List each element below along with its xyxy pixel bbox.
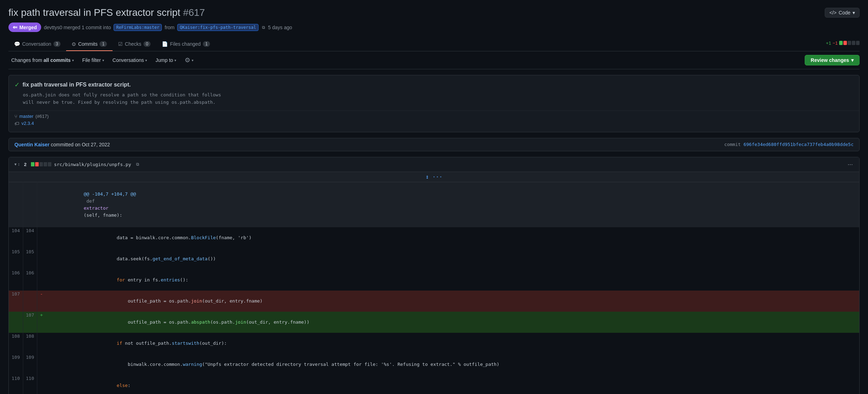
tab-conversation-count: 3 bbox=[53, 41, 61, 47]
diff-line-104-context: 104 104 data = binwalk.core.common.Block… bbox=[9, 227, 859, 248]
copy-path-button[interactable]: ⧉ bbox=[134, 161, 141, 167]
diff-stat-deletions: −1 bbox=[832, 40, 838, 46]
commit-info-bar: Quentin Kaiser committed on Oct 27, 2022… bbox=[8, 138, 860, 151]
changes-from-button[interactable]: Changes from all commits ▾ bbox=[8, 56, 77, 64]
conversations-chevron: ▾ bbox=[145, 58, 147, 62]
line-num-new: 106 bbox=[23, 269, 37, 291]
diff-stat-bar bbox=[839, 41, 860, 45]
tab-checks-count: 0 bbox=[143, 41, 151, 47]
file-options-button[interactable]: ··· bbox=[845, 160, 855, 169]
tab-commits-label: Commits bbox=[78, 41, 97, 47]
settings-chevron: ▾ bbox=[192, 58, 193, 62]
tab-conversation[interactable]: 💬 Conversation 3 bbox=[8, 38, 66, 51]
tab-commits-count: 1 bbox=[100, 41, 107, 47]
base-branch-tag[interactable]: ReFirmLabs:master bbox=[114, 24, 162, 31]
commit-author-link[interactable]: Quentin Kaiser bbox=[14, 142, 50, 147]
copy-branch-icon[interactable]: ⧉ bbox=[262, 25, 265, 30]
file-filter-button[interactable]: File filter ▾ bbox=[79, 56, 107, 64]
jump-to-label: Jump to bbox=[155, 57, 173, 63]
merged-label: Merged bbox=[19, 25, 37, 30]
commit-refs: ⑂ master (#617) 🏷 v2.3.4 bbox=[9, 110, 859, 132]
commit-ref-branch-row: ⑂ master (#617) bbox=[14, 114, 854, 119]
line-num-old-added bbox=[9, 312, 23, 333]
head-branch-tag[interactable]: QKaiser:fix-pfs-path-traversal bbox=[177, 24, 259, 31]
tab-files-changed[interactable]: 📄 Files changed 1 bbox=[156, 38, 216, 51]
commit-check-icon: ✓ bbox=[14, 81, 20, 89]
diff-line-code: else: bbox=[48, 375, 859, 394]
code-button[interactable]: </> Code ▾ bbox=[825, 8, 860, 18]
tab-files-changed-label: Files changed bbox=[170, 41, 200, 47]
jump-to-button[interactable]: Jump to ▾ bbox=[153, 56, 179, 64]
stat-block-gray-3 bbox=[48, 162, 51, 166]
file-diff-container: ▾ ↕ 2 src/binwalk/plugins/unpfs.py ⧉ ··· bbox=[8, 157, 860, 394]
conversation-icon: 💬 bbox=[14, 41, 20, 47]
line-num-new-added: 107 bbox=[23, 312, 37, 333]
tab-conversation-label: Conversation bbox=[22, 41, 51, 47]
hunk-line-num-old bbox=[9, 182, 23, 227]
line-num-old: 110 bbox=[9, 375, 23, 394]
commit-body: os.path.join does not fully resolve a pa… bbox=[9, 91, 859, 110]
pr-title: fix path traversal in PFS extractor scri… bbox=[8, 7, 205, 18]
jump-to-chevron: ▾ bbox=[174, 58, 176, 62]
tab-files-changed-count: 1 bbox=[203, 41, 210, 47]
line-num-new-removed bbox=[23, 291, 37, 312]
file-filter-chevron: ▾ bbox=[102, 58, 104, 62]
conversations-label: Conversations bbox=[113, 57, 144, 63]
review-changes-label: Review changes bbox=[811, 57, 849, 63]
hunk-sign bbox=[37, 182, 48, 227]
commit-body-line2: will never be true. Fixed by resolving t… bbox=[23, 99, 854, 106]
commit-body-line1: os.path.join does not fully resolve a pa… bbox=[23, 91, 854, 99]
stat-block-green bbox=[31, 162, 34, 166]
pr-meta-description: devttys0 merged 1 commit into bbox=[44, 25, 111, 30]
stat-block-gray-2 bbox=[44, 162, 47, 166]
chevron-down-icon: ▾ bbox=[853, 10, 855, 15]
review-changes-chevron: ▾ bbox=[851, 57, 854, 63]
stat-block-gray-1 bbox=[39, 162, 43, 166]
diff-line-code: data = binwalk.core.common.BlockFile(fna… bbox=[48, 227, 859, 248]
diff-sign bbox=[37, 227, 48, 248]
diff-stats: +1 −1 bbox=[826, 40, 860, 49]
code-icon: </> bbox=[829, 10, 836, 15]
pr-meta: ⇐ Merged devttys0 merged 1 commit into R… bbox=[8, 23, 860, 32]
diff-block-1 bbox=[839, 41, 843, 45]
hunk-header-row: @@ -104,7 +104,7 @@ def extractor (self,… bbox=[9, 182, 859, 227]
expand-top-row[interactable]: ↕ ··· bbox=[9, 172, 859, 182]
changes-from-chevron: ▾ bbox=[72, 58, 74, 62]
line-num-old: 104 bbox=[9, 227, 23, 248]
diff-line-code: for entry in fs.entries(): bbox=[48, 269, 859, 291]
tab-checks-label: Checks bbox=[125, 41, 141, 47]
diff-line-107-removed: 107 - outfile_path = os.path.join(out_di… bbox=[9, 291, 859, 312]
file-stat-indicator bbox=[31, 162, 51, 166]
review-changes-button[interactable]: Review changes ▾ bbox=[805, 55, 860, 65]
diff-line-code-removed: outfile_path = os.path.join(out_dir, ent… bbox=[48, 291, 859, 312]
settings-button[interactable]: ⚙ ▾ bbox=[182, 55, 196, 65]
commit-hash-link[interactable]: 696fe34ed680ffd951bfeca737feb4a0b98dde5c bbox=[743, 142, 854, 147]
merged-badge: ⇐ Merged bbox=[8, 23, 41, 32]
diff-sign-removed: - bbox=[37, 291, 48, 312]
file-filter-label: File filter bbox=[82, 57, 101, 63]
diff-sign bbox=[37, 333, 48, 354]
diff-line-110-context: 110 110 else: bbox=[9, 375, 859, 394]
expand-top-cell[interactable]: ↕ ··· bbox=[9, 172, 859, 182]
hunk-header-content: @@ -104,7 +104,7 @@ def extractor (self,… bbox=[48, 182, 859, 227]
branch-icon: ⑂ bbox=[14, 114, 17, 119]
diff-block-2 bbox=[843, 41, 847, 45]
conversations-button[interactable]: Conversations ▾ bbox=[110, 56, 150, 64]
tab-checks[interactable]: ☑ Checks 0 bbox=[113, 38, 156, 51]
diff-block-5 bbox=[856, 41, 860, 45]
line-num-new: 109 bbox=[23, 354, 37, 375]
changes-from-label: Changes from all commits bbox=[11, 57, 71, 63]
diff-block-4 bbox=[852, 41, 855, 45]
pr-title-row: fix path traversal in PFS extractor scri… bbox=[8, 7, 860, 18]
commit-tag-link[interactable]: v2.3.4 bbox=[21, 121, 34, 126]
line-num-new: 104 bbox=[23, 227, 37, 248]
tab-commits[interactable]: ⊙ Commits 1 bbox=[66, 38, 113, 51]
files-icon: 📄 bbox=[162, 41, 168, 47]
file-stat-num: 2 bbox=[24, 162, 26, 167]
commit-branch-link[interactable]: master bbox=[19, 114, 33, 119]
file-header-right: ··· bbox=[845, 160, 855, 169]
file-path[interactable]: src/binwalk/plugins/unpfs.py bbox=[54, 162, 131, 167]
line-num-old: 108 bbox=[9, 333, 23, 354]
merge-icon: ⇐ bbox=[13, 24, 17, 31]
collapse-button[interactable]: ▾ ↕ bbox=[13, 161, 21, 167]
